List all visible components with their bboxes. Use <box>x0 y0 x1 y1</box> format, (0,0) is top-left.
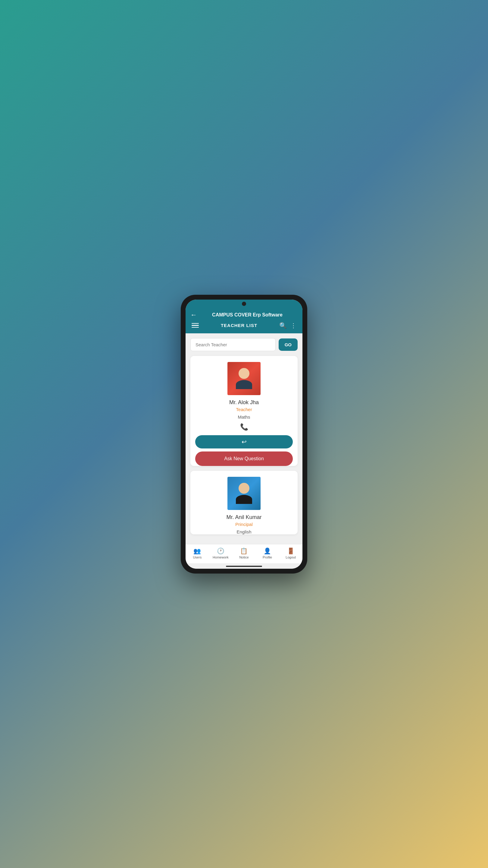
section-title: TEACHER LIST <box>221 323 257 328</box>
ask-question-button-alok[interactable]: Ask New Question <box>195 452 293 466</box>
nav-item-users[interactable]: 👥 Users <box>188 547 206 559</box>
nav-item-homework[interactable]: 🕐 Homework <box>212 547 230 559</box>
header-nav: TEACHER LIST 🔍 ⋮ <box>190 322 298 329</box>
logout-label: Logout <box>286 555 296 559</box>
nav-item-notice[interactable]: 📋 Notice <box>235 547 253 559</box>
app-title: CAMPUS COVER Erp Software <box>197 312 298 318</box>
teacher-card-anil: Mr. Anil Kumar Principal English <box>190 471 298 534</box>
more-options-icon[interactable]: ⋮ <box>290 322 296 329</box>
teacher-card-alok: Mr. Alok Jha Teacher Maths 📞 ↩ Ask New Q… <box>190 356 298 466</box>
teacher-photo-anil <box>227 477 261 510</box>
person-icon-anil <box>236 483 252 504</box>
hamburger-menu[interactable] <box>192 323 199 328</box>
notice-icon: 📋 <box>240 547 248 555</box>
back-button[interactable]: ← <box>190 311 197 319</box>
homework-label: Homework <box>213 555 229 559</box>
go-button[interactable]: GO <box>279 338 298 351</box>
teacher-name-alok: Mr. Alok Jha <box>195 399 293 406</box>
app-header: ← CAMPUS COVER Erp Software TEACHER LIST… <box>186 308 302 333</box>
teacher-photo-wrapper-anil <box>195 477 293 510</box>
teacher-role-anil: Principal <box>195 522 293 527</box>
phone-icon-alok[interactable]: 📞 <box>240 423 248 431</box>
status-bar <box>186 300 302 308</box>
home-bar <box>226 566 262 567</box>
home-indicator <box>186 563 302 569</box>
phone-icon-row-alok: 📞 <box>195 423 293 431</box>
teacher-photo-wrapper-alok <box>195 362 293 395</box>
reply-icon-alok: ↩ <box>241 438 247 445</box>
screen-body: GO Mr. Alok Jha Teacher Maths 📞 <box>186 333 302 544</box>
reply-button-alok[interactable]: ↩ <box>195 435 293 448</box>
teacher-name-anil: Mr. Anil Kumar <box>195 514 293 521</box>
bottom-nav: 👥 Users 🕐 Homework 📋 Notice 👤 Profile 🚪 … <box>186 544 302 563</box>
ask-question-label-alok: Ask New Question <box>224 456 264 461</box>
logout-icon: 🚪 <box>287 547 295 555</box>
phone-screen: ← CAMPUS COVER Erp Software TEACHER LIST… <box>186 300 302 569</box>
search-row: GO <box>190 338 298 351</box>
person-icon-alok <box>236 368 252 389</box>
camera-notch <box>242 302 246 306</box>
users-icon: 👥 <box>193 547 201 555</box>
nav-icons: 🔍 ⋮ <box>279 322 296 329</box>
profile-icon: 👤 <box>264 547 271 555</box>
nav-item-profile[interactable]: 👤 Profile <box>258 547 276 559</box>
teacher-role-alok: Teacher <box>195 407 293 412</box>
notice-label: Notice <box>239 555 249 559</box>
search-icon[interactable]: 🔍 <box>279 322 287 329</box>
header-top: ← CAMPUS COVER Erp Software <box>190 311 298 319</box>
teacher-photo-alok <box>227 362 261 395</box>
search-input[interactable] <box>190 338 275 351</box>
phone-frame: ← CAMPUS COVER Erp Software TEACHER LIST… <box>181 295 307 574</box>
teacher-subject-alok: Maths <box>195 414 293 420</box>
homework-icon: 🕐 <box>217 547 224 555</box>
nav-item-logout[interactable]: 🚪 Logout <box>282 547 300 559</box>
users-label: Users <box>193 555 201 559</box>
profile-label: Profile <box>263 555 272 559</box>
teacher-subject-anil: English <box>195 529 293 534</box>
